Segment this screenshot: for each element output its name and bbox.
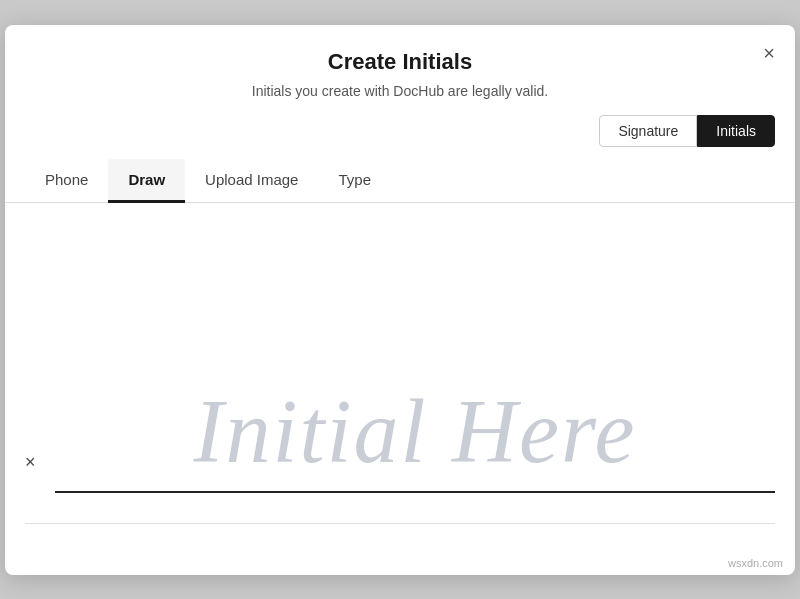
bottom-divider: [25, 523, 775, 524]
tab-draw[interactable]: Draw: [108, 159, 185, 203]
signature-line: Initial Here: [55, 382, 775, 493]
initials-toggle-button[interactable]: Initials: [697, 115, 775, 147]
modal-title: Create Initials: [29, 49, 771, 75]
signature-toggle-button[interactable]: Signature: [599, 115, 697, 147]
tab-upload-image[interactable]: Upload Image: [185, 159, 318, 203]
toggle-group: Signature Initials: [5, 115, 795, 159]
modal-container: Create Initials Initials you create with…: [5, 25, 795, 575]
modal-subtitle: Initials you create with DocHub are lega…: [29, 83, 771, 99]
draw-canvas-area[interactable]: × Initial Here: [25, 233, 775, 493]
modal-header: Create Initials Initials you create with…: [5, 25, 795, 99]
watermark: wsxdn.com: [728, 557, 783, 569]
close-button[interactable]: ×: [763, 43, 775, 63]
initials-placeholder: Initial Here: [55, 382, 775, 491]
modal-overlay: Create Initials Initials you create with…: [0, 0, 800, 599]
clear-button[interactable]: ×: [25, 452, 36, 473]
tabs-row: Phone Draw Upload Image Type: [5, 159, 795, 203]
tab-type[interactable]: Type: [318, 159, 391, 203]
tab-phone[interactable]: Phone: [25, 159, 108, 203]
